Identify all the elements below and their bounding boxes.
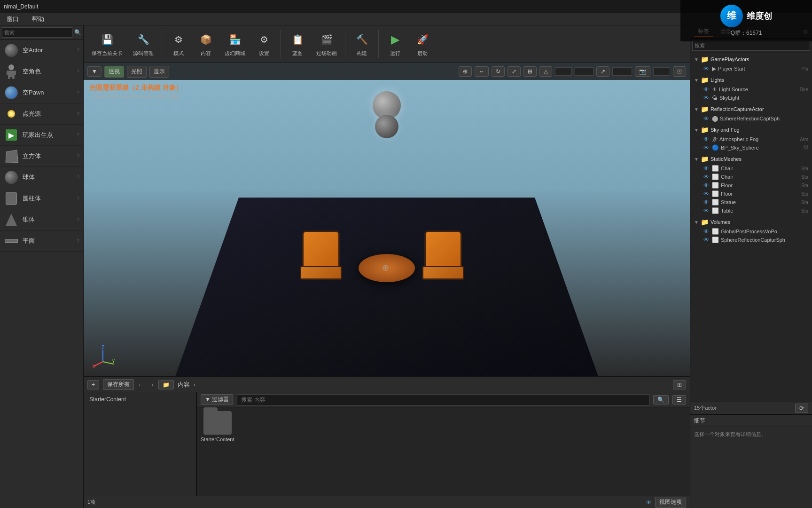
actor-plane[interactable]: 平面 ? bbox=[0, 230, 83, 252]
eye-sphere-reflect-vol: 👁 bbox=[703, 237, 709, 243]
launch-button[interactable]: 🚀 启动 bbox=[410, 29, 435, 59]
play-button[interactable]: ▶ 运行 bbox=[383, 29, 408, 59]
blueprint-button[interactable]: 📋 蓝图 bbox=[285, 29, 310, 59]
cinematic-button[interactable]: 🎬 过场动画 bbox=[312, 29, 341, 59]
actor-cube-help: ? bbox=[77, 153, 79, 159]
left-search-input[interactable] bbox=[2, 27, 72, 38]
group-static-meshes: ▼ 📁 StaticMeshes 👁 ⬜ Chair Sta 👁 ⬜ Chair… bbox=[690, 153, 812, 216]
item-label-sphere-reflect-vol: SphereReflectionCapturSph bbox=[721, 237, 808, 243]
item-label-floor-2: Floor bbox=[721, 191, 799, 197]
menu-help[interactable]: 帮助 bbox=[29, 14, 47, 24]
item-type-player-start: Pla bbox=[802, 66, 808, 71]
scene-3d: ⊕ Z X Y bbox=[84, 63, 690, 376]
left-panel: 🔍 空Actor ? 空角色 ? 空Pawn ? bbox=[0, 25, 84, 508]
content-search-btn[interactable]: 🔍 bbox=[653, 395, 669, 405]
actor-light[interactable]: 点光源 ? bbox=[0, 103, 83, 125]
source-control-button[interactable]: 🔧 源码管理 bbox=[129, 29, 158, 59]
group-static-meshes-header[interactable]: ▼ 📁 StaticMeshes bbox=[692, 154, 810, 164]
build-button[interactable]: 🔨 构建 bbox=[349, 29, 375, 59]
actor-plane-icon bbox=[4, 233, 19, 248]
modes-button[interactable]: ⚙ 模式 bbox=[166, 29, 191, 59]
group-sky-fog-label: Sky and Fog bbox=[710, 127, 808, 133]
content-button[interactable]: 📦 内容 bbox=[193, 29, 219, 59]
item-player-start[interactable]: 👁 ▶ Player Start Pla bbox=[692, 64, 810, 73]
vp-rotate-tool[interactable]: ↻ bbox=[492, 66, 505, 77]
group-volumes-header[interactable]: ▼ 📁 Volumes bbox=[692, 217, 810, 227]
arrow-reflection: ▼ bbox=[694, 107, 699, 112]
nav-back[interactable]: ← bbox=[138, 381, 144, 389]
watermark-title: 维度创 bbox=[747, 10, 772, 22]
vp-maximize-btn[interactable]: ⊡ bbox=[673, 66, 686, 77]
actor-character-label: 空角色 bbox=[23, 67, 73, 76]
vp-scale-icon[interactable]: ↗ bbox=[596, 66, 609, 77]
save-all-btn[interactable]: 保存所有 bbox=[103, 379, 134, 390]
group-reflection-header[interactable]: ▼ 📁 ReflectionCaptureActor bbox=[692, 104, 810, 114]
refresh-btn[interactable]: ⟳ bbox=[795, 404, 808, 413]
item-chair-1[interactable]: 👁 ⬜ Chair Sta bbox=[692, 164, 810, 173]
content-list-btn[interactable]: ☰ bbox=[672, 395, 686, 405]
vp-dropdown-btn[interactable]: ▼ bbox=[87, 66, 102, 77]
grid-size-input[interactable]: 10 bbox=[555, 67, 572, 76]
item-type-statue: Sta bbox=[801, 200, 808, 205]
item-sphere-reflection[interactable]: 👁 ⬤ SphereReflectionCaptSph bbox=[692, 114, 810, 123]
actor-player-start[interactable]: ▶ 玩家出生点 ? bbox=[0, 125, 83, 146]
item-global-post[interactable]: 👁 ⬜ GlobalPostProcessVoPo bbox=[692, 227, 810, 236]
settings-button[interactable]: ⚙ 设置 bbox=[251, 29, 277, 59]
menu-window[interactable]: 窗口 bbox=[4, 14, 22, 24]
camera-input[interactable]: 4 bbox=[653, 67, 670, 76]
filter-btn[interactable]: ▼ 过滤器 bbox=[201, 394, 233, 405]
starter-content-folder[interactable]: StarterContent bbox=[201, 411, 234, 442]
actor-pawn-label: 空Pawn bbox=[23, 88, 73, 97]
item-floor-2[interactable]: 👁 ⬜ Floor Sta bbox=[692, 190, 810, 198]
item-atm-fog[interactable]: 👁 🌫 Atmospheric Fog Atm bbox=[692, 135, 810, 143]
content-main-area: ▼ 过滤器 🔍 ☰ StarterContent bbox=[197, 392, 690, 496]
outliner-search-input[interactable] bbox=[692, 40, 810, 51]
item-bp-sky[interactable]: 👁 🔵 BP_Sky_Sphere 绑 bbox=[692, 143, 810, 152]
item-skylight[interactable]: 👁 🌤 SkyLight bbox=[692, 94, 810, 102]
actor-pawn[interactable]: 空Pawn ? bbox=[0, 82, 83, 103]
scale-input[interactable]: 0.25 bbox=[612, 67, 632, 76]
item-chair-2[interactable]: 👁 ⬜ Chair Sta bbox=[692, 173, 810, 181]
vp-perspective-btn[interactable]: 透视 bbox=[104, 66, 124, 78]
eye-global-post: 👁 bbox=[703, 228, 709, 235]
item-light-source[interactable]: 👁 ☀ Light Source Dire bbox=[692, 85, 810, 94]
vp-scale-tool[interactable]: ⤢ bbox=[508, 66, 521, 77]
browse-btn[interactable]: 📁 bbox=[158, 380, 174, 389]
content-search-input[interactable] bbox=[237, 394, 649, 405]
item-icon-light: ☀ bbox=[712, 86, 717, 93]
content-root-item[interactable]: StarterContent bbox=[86, 394, 194, 405]
item-sphere-reflect-vol[interactable]: 👁 ⬜ SphereReflectionCapturSph bbox=[692, 236, 810, 244]
vp-show-btn[interactable]: 显示 bbox=[149, 66, 169, 78]
content-grid: StarterContent bbox=[197, 407, 690, 496]
view-options-btn[interactable]: ⊞ bbox=[673, 380, 686, 389]
folder-icon bbox=[203, 411, 232, 435]
vp-camera-icon[interactable]: 📷 bbox=[635, 66, 650, 77]
vp-snap-angle-btn[interactable]: △ bbox=[539, 66, 552, 77]
nav-forward[interactable]: → bbox=[148, 381, 155, 389]
vp-lighting-btn[interactable]: 光照 bbox=[127, 66, 147, 78]
group-sky-fog-header[interactable]: ▼ 📁 Sky and Fog bbox=[692, 125, 810, 135]
save-level-button[interactable]: 💾 保存当前关卡 bbox=[87, 29, 127, 59]
actor-cylinder[interactable]: 圆柱体 ? bbox=[0, 188, 83, 209]
actor-sphere[interactable]: 球体 ? bbox=[0, 167, 83, 188]
item-statue[interactable]: 👁 ⬜ Statue Sta bbox=[692, 198, 810, 206]
vp-translate-tool[interactable]: ↔ bbox=[475, 66, 489, 77]
actor-cone[interactable]: 锥体 ? bbox=[0, 209, 83, 230]
actor-character[interactable]: 空角色 ? bbox=[0, 61, 83, 82]
group-static-meshes-label: StaticMeshes bbox=[710, 156, 808, 162]
new-btn[interactable]: + bbox=[87, 380, 99, 389]
angle-input[interactable]: 10° bbox=[575, 67, 593, 76]
group-gameplay-header[interactable]: ▼ 📁 GamePlayActors bbox=[692, 54, 810, 64]
left-search-bar: 🔍 bbox=[0, 25, 83, 40]
marketplace-button[interactable]: 🏪 虚幻商城 bbox=[220, 29, 250, 59]
item-table[interactable]: 👁 ⬜ Table Sta bbox=[692, 206, 810, 215]
outliner-list: ▼ 📁 GamePlayActors 👁 ▶ Player Start Pla … bbox=[690, 53, 812, 402]
vp-snap-btn[interactable]: ⊞ bbox=[523, 66, 537, 77]
view-options-bottom-btn[interactable]: 视图选项 bbox=[655, 497, 686, 508]
vp-select-tool[interactable]: ⊕ bbox=[459, 66, 472, 77]
folder-sky-fog-icon: 📁 bbox=[701, 126, 709, 134]
actor-empty[interactable]: 空Actor ? bbox=[0, 40, 83, 61]
group-lights-header[interactable]: ▼ 📁 Lights bbox=[692, 75, 810, 85]
item-floor-1[interactable]: 👁 ⬜ Floor Sta bbox=[692, 181, 810, 190]
actor-cube[interactable]: 立方体 ? bbox=[0, 146, 83, 167]
